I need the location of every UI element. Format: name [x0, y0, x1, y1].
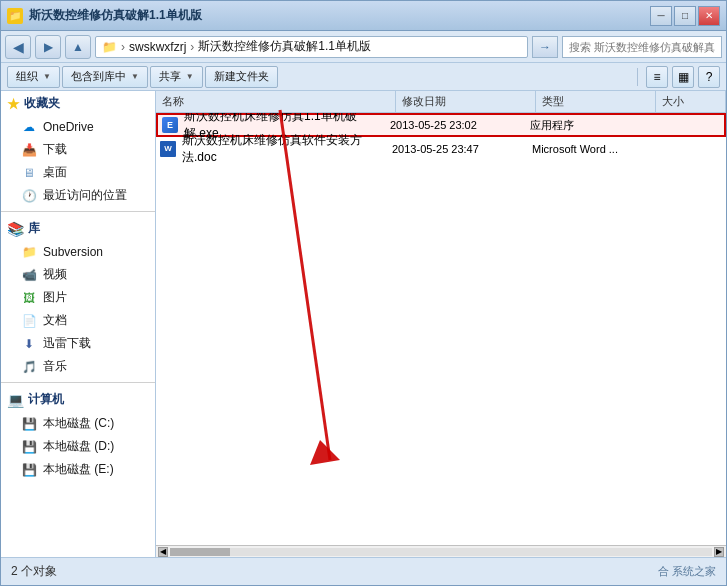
- search-input[interactable]: [569, 41, 715, 53]
- sidebar-item-thunder[interactable]: ⬇ 迅雷下载: [1, 332, 155, 355]
- file-name-text: 斯沃数控机床维修仿真软件安装方法.doc: [182, 132, 392, 166]
- file-type-cell: Microsoft Word ...: [532, 143, 652, 155]
- star-icon: ★: [7, 96, 20, 112]
- view-options-button[interactable]: ≡: [646, 66, 668, 88]
- drive-c-icon: 💾: [21, 416, 37, 432]
- scroll-track[interactable]: [170, 548, 712, 556]
- close-button[interactable]: ✕: [698, 6, 720, 26]
- breadcrumb-parent: swskwxfzrj: [129, 40, 186, 54]
- recent-icon: 🕐: [21, 188, 37, 204]
- col-header-size[interactable]: 大小: [656, 91, 726, 112]
- video-label: 视频: [43, 266, 67, 283]
- photo-label: 图片: [43, 289, 67, 306]
- library-icon: 📚: [7, 221, 24, 237]
- documents-label: 文档: [43, 312, 67, 329]
- photo-icon: 🖼: [21, 290, 37, 306]
- toolbar-right: ≡ ▦ ?: [633, 66, 720, 88]
- organize-label: 组织: [16, 69, 38, 84]
- breadcrumb-root: 📁: [102, 40, 117, 54]
- drive-d-label: 本地磁盘 (D:): [43, 438, 114, 455]
- help-button[interactable]: ?: [698, 66, 720, 88]
- col-header-date[interactable]: 修改日期: [396, 91, 536, 112]
- library-section: 📚 库 📁 Subversion 📹 视频 🖼 图片 📄 文档: [1, 216, 155, 378]
- maximize-button[interactable]: □: [674, 6, 696, 26]
- download-label: 下载: [43, 141, 67, 158]
- computer-icon: 💻: [7, 392, 24, 408]
- window-icon: 📁: [7, 8, 23, 24]
- library-header[interactable]: 📚 库: [1, 216, 155, 241]
- toolbar: 组织 ▼ 包含到库中 ▼ 共享 ▼ 新建文件夹 ≡ ▦ ?: [1, 63, 726, 91]
- file-date-cell: 2013-05-25 23:47: [392, 143, 532, 155]
- share-button[interactable]: 共享 ▼: [150, 66, 203, 88]
- address-bar: ◀ ▶ ▲ 📁 › swskwxfzrj › 斯沃数控维修仿真破解1.1单机版 …: [1, 31, 726, 63]
- sidebar-item-onedrive[interactable]: ☁ OneDrive: [1, 116, 155, 138]
- explorer-window: 📁 斯沃数控维修仿真破解1.1单机版 ─ □ ✕ ◀ ▶ ▲ 📁 › swskw…: [0, 0, 727, 586]
- main-content: ★ 收藏夹 ☁ OneDrive 📥 下载 🖥 桌面 🕐 最近访问的位: [1, 91, 726, 557]
- file-date-cell: 2013-05-25 23:02: [390, 119, 530, 131]
- new-folder-button[interactable]: 新建文件夹: [205, 66, 278, 88]
- up-button[interactable]: ▲: [65, 35, 91, 59]
- computer-header[interactable]: 💻 计算机: [1, 387, 155, 412]
- organize-button[interactable]: 组织 ▼: [7, 66, 60, 88]
- breadcrumb-current: 斯沃数控维修仿真破解1.1单机版: [198, 38, 371, 55]
- sidebar-item-download[interactable]: 📥 下载: [1, 138, 155, 161]
- sidebar-item-music[interactable]: 🎵 音乐: [1, 355, 155, 378]
- forward-button[interactable]: ▶: [35, 35, 61, 59]
- music-label: 音乐: [43, 358, 67, 375]
- thunder-label: 迅雷下载: [43, 335, 91, 352]
- status-object-count: 2 个对象: [11, 563, 57, 580]
- file-type-cell: 应用程序: [530, 118, 650, 133]
- include-library-chevron: ▼: [131, 72, 139, 81]
- sidebar-item-drive-d[interactable]: 💾 本地磁盘 (D:): [1, 435, 155, 458]
- scroll-right-button[interactable]: ▶: [714, 547, 724, 557]
- title-bar: 📁 斯沃数控维修仿真破解1.1单机版 ─ □ ✕: [1, 1, 726, 31]
- col-header-name[interactable]: 名称: [156, 91, 396, 112]
- status-logo: 合 系统之家: [658, 564, 716, 579]
- organize-chevron: ▼: [43, 72, 51, 81]
- scroll-thumb[interactable]: [170, 548, 230, 556]
- address-path[interactable]: 📁 › swskwxfzrj › 斯沃数控维修仿真破解1.1单机版: [95, 36, 528, 58]
- drive-d-icon: 💾: [21, 439, 37, 455]
- toolbar-separator: [637, 68, 638, 86]
- new-folder-label: 新建文件夹: [214, 69, 269, 84]
- col-header-type[interactable]: 类型: [536, 91, 656, 112]
- library-label: 库: [28, 220, 40, 237]
- sidebar-item-drive-e[interactable]: 💾 本地磁盘 (E:): [1, 458, 155, 481]
- favorites-section: ★ 收藏夹 ☁ OneDrive 📥 下载 🖥 桌面 🕐 最近访问的位: [1, 91, 155, 207]
- back-button[interactable]: ◀: [5, 35, 31, 59]
- recent-label: 最近访问的位置: [43, 187, 127, 204]
- doc-folder-icon: 📄: [21, 313, 37, 329]
- window-title: 斯沃数控维修仿真破解1.1单机版: [29, 7, 650, 24]
- breadcrumb: 📁 › swskwxfzrj › 斯沃数控维修仿真破解1.1单机版: [102, 38, 371, 55]
- title-controls: ─ □ ✕: [650, 6, 720, 26]
- favorites-header[interactable]: ★ 收藏夹: [1, 91, 155, 116]
- minimize-button[interactable]: ─: [650, 6, 672, 26]
- horizontal-scrollbar[interactable]: ◀ ▶: [156, 545, 726, 557]
- sidebar-item-documents[interactable]: 📄 文档: [1, 309, 155, 332]
- drive-e-icon: 💾: [21, 462, 37, 478]
- file-list: E 斯沃数控机床维修仿真1.1单机破解.exe 2013-05-25 23:02…: [156, 113, 726, 545]
- download-folder-icon: 📥: [21, 142, 37, 158]
- favorites-label: 收藏夹: [24, 95, 60, 112]
- sidebar-item-recent[interactable]: 🕐 最近访问的位置: [1, 184, 155, 207]
- sidebar-item-subversion[interactable]: 📁 Subversion: [1, 241, 155, 263]
- subversion-label: Subversion: [43, 245, 103, 259]
- status-right: 合 系统之家: [658, 564, 716, 579]
- thunder-icon: ⬇: [21, 336, 37, 352]
- sidebar: ★ 收藏夹 ☁ OneDrive 📥 下载 🖥 桌面 🕐 最近访问的位: [1, 91, 156, 557]
- drive-c-label: 本地磁盘 (C:): [43, 415, 114, 432]
- sidebar-item-desktop[interactable]: 🖥 桌面: [1, 161, 155, 184]
- computer-label: 计算机: [28, 391, 64, 408]
- sidebar-item-photo[interactable]: 🖼 图片: [1, 286, 155, 309]
- table-row[interactable]: W 斯沃数控机床维修仿真软件安装方法.doc 2013-05-25 23:47 …: [156, 137, 726, 161]
- scroll-left-button[interactable]: ◀: [158, 547, 168, 557]
- go-button[interactable]: →: [532, 36, 558, 58]
- sidebar-item-drive-c[interactable]: 💾 本地磁盘 (C:): [1, 412, 155, 435]
- share-chevron: ▼: [186, 72, 194, 81]
- music-icon: 🎵: [21, 359, 37, 375]
- preview-pane-button[interactable]: ▦: [672, 66, 694, 88]
- sidebar-divider-1: [1, 211, 155, 212]
- sidebar-item-video[interactable]: 📹 视频: [1, 263, 155, 286]
- search-box[interactable]: [562, 36, 722, 58]
- include-library-button[interactable]: 包含到库中 ▼: [62, 66, 148, 88]
